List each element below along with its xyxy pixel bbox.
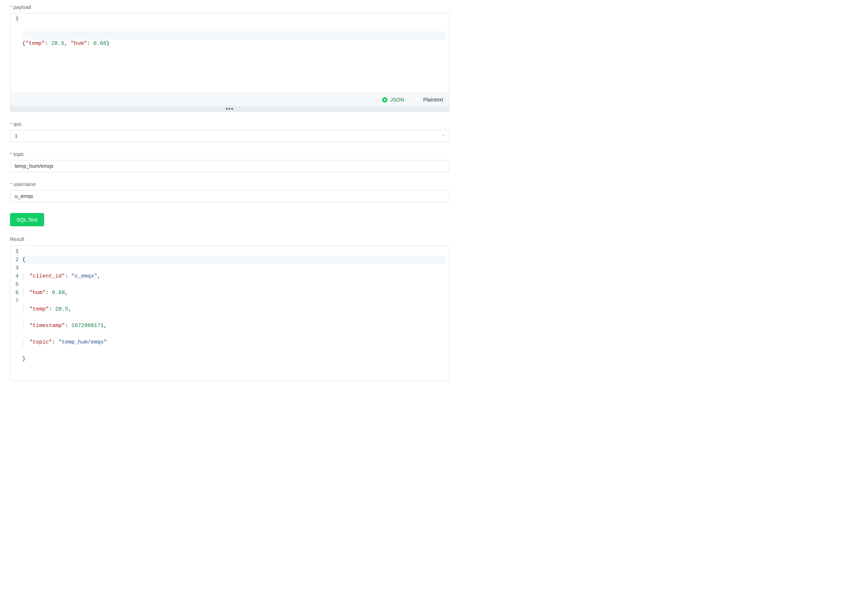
json-key: "temp" (25, 41, 45, 47)
json-number: 1672908171 (71, 323, 104, 329)
qos-label: qos (13, 121, 22, 127)
line-number: 3 (15, 264, 19, 272)
line-number: 4 (15, 272, 19, 280)
colon: : (45, 41, 48, 47)
required-asterisk: * (10, 121, 12, 127)
json-key: "topic" (29, 339, 52, 345)
json-number: 0.68 (52, 290, 65, 296)
comma: , (65, 290, 68, 296)
comma: , (97, 273, 100, 279)
brace-close: } (22, 356, 25, 362)
line-number: 1 (15, 15, 19, 23)
line-number: 2 (15, 256, 19, 264)
comma: , (104, 323, 107, 329)
topic-input[interactable] (10, 160, 449, 172)
json-string: "c_emqx" (71, 273, 97, 279)
required-asterisk: * (10, 151, 12, 157)
format-json-label: JSON (390, 97, 404, 103)
json-number: 0.68 (93, 41, 106, 47)
topic-label: topic (13, 151, 24, 157)
payload-gutter: 1 (10, 13, 22, 93)
json-string: "temp_hum/emqx" (59, 339, 107, 345)
json-number: 28.5 (51, 41, 64, 47)
format-plaintext-radio[interactable]: Plaintext (415, 97, 443, 103)
required-asterisk: * (10, 4, 12, 10)
format-json-radio[interactable]: JSON (382, 97, 404, 103)
colon: : (49, 306, 52, 312)
json-key: "temp" (29, 306, 49, 312)
result-label: Result (10, 236, 449, 242)
brace-close: } (106, 41, 109, 47)
payload-resize-handle[interactable]: ••• (10, 106, 449, 111)
json-key: "hum" (71, 41, 87, 47)
colon: : (65, 273, 68, 279)
required-asterisk: * (10, 182, 12, 187)
payload-format-bar: JSON Plaintext (10, 93, 449, 106)
line-number: 6 (15, 289, 19, 297)
line-number: 5 (15, 280, 19, 289)
brace-open: { (22, 257, 25, 263)
json-key: "client_id" (29, 273, 65, 279)
line-number: 1 (15, 247, 19, 256)
radio-unchecked-icon (415, 97, 420, 103)
comma: , (68, 306, 71, 312)
payload-codelines[interactable]: {"temp": 28.5, "hum": 0.68} (22, 13, 449, 93)
brace-open: { (22, 41, 25, 47)
format-plaintext-label: Plaintext (423, 97, 443, 103)
sql-test-button[interactable]: SQL Test (10, 213, 44, 226)
json-key: "hum" (29, 290, 46, 296)
colon: : (46, 290, 49, 296)
radio-checked-icon (382, 97, 388, 103)
json-number: 28.5 (55, 306, 68, 312)
payload-editor[interactable]: 1 {"temp": 28.5, "hum": 0.68} JSON Plain… (10, 13, 449, 112)
result-gutter: 1 2 3 4 5 6 7 (10, 246, 22, 381)
colon: : (65, 323, 68, 329)
username-label: username (13, 182, 35, 187)
colon: : (87, 41, 90, 47)
username-input[interactable] (10, 190, 449, 202)
result-editor[interactable]: 1 2 3 4 5 6 7 { "client_id": "c_emqx", "… (10, 246, 449, 381)
comma: , (64, 41, 68, 47)
json-key: "timestamp" (29, 323, 65, 329)
result-codelines: { "client_id": "c_emqx", "hum": 0.68, "t… (22, 246, 449, 381)
colon: : (52, 339, 55, 345)
line-number: 7 (15, 297, 19, 305)
qos-select[interactable] (10, 130, 449, 142)
payload-label: payload (13, 4, 31, 10)
